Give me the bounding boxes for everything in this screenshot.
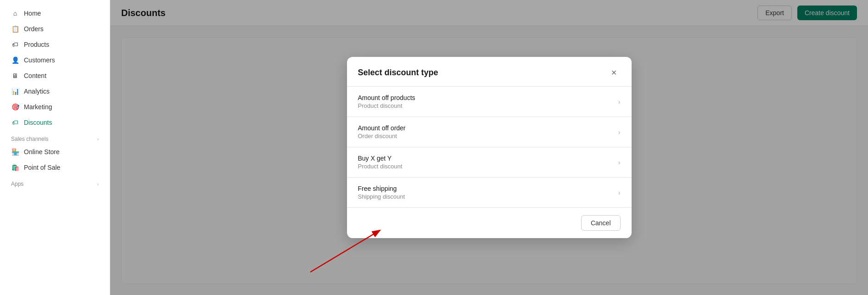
main-content: Discounts Export Create discount Select … [110,0,868,295]
modal-footer: Cancel [347,207,632,238]
sidebar-item-customers-label: Customers [24,56,55,64]
sidebar-item-online-store[interactable]: 🏪Online Store [4,144,106,160]
orders-icon: 📋 [11,25,19,33]
sales-channels-label: Sales channels [11,136,48,142]
sidebar-item-marketing[interactable]: 🎯Marketing [4,99,106,115]
discount-option-amount-off-products[interactable]: Amount off productsProduct discount› [347,87,632,117]
buy-x-get-y-text: Buy X get YProduct discount [358,155,403,170]
free-shipping-subtitle: Shipping discount [358,193,405,200]
apps-section: Apps › [0,175,110,189]
amount-off-order-title: Amount off order [358,124,406,132]
sidebar-item-orders[interactable]: 📋Orders [4,21,106,37]
sidebar: ⌂Home📋Orders🏷Products👤Customers🖥Content📊… [0,0,110,295]
home-icon: ⌂ [11,9,19,17]
sidebar-item-home[interactable]: ⌂Home [4,6,106,21]
sidebar-item-analytics[interactable]: 📊Analytics [4,83,106,99]
discount-option-free-shipping[interactable]: Free shippingShipping discount› [347,178,632,207]
buy-x-get-y-title: Buy X get Y [358,155,403,162]
customers-icon: 👤 [11,56,19,64]
free-shipping-title: Free shipping [358,185,405,192]
sidebar-item-marketing-label: Marketing [24,103,52,111]
discount-option-buy-x-get-y[interactable]: Buy X get YProduct discount› [347,147,632,178]
apps-label: Apps [11,181,23,187]
modal-body: Amount off productsProduct discount›Amou… [347,87,632,207]
sidebar-item-content-label: Content [24,72,46,79]
modal-header: Select discount type × [347,57,632,87]
cancel-button[interactable]: Cancel [581,215,621,231]
discounts-icon: 🏷 [11,118,19,127]
select-discount-modal: Select discount type × Amount off produc… [347,57,632,238]
amount-off-order-chevron-icon: › [618,128,621,136]
content-icon: 🖥 [11,72,19,80]
free-shipping-text: Free shippingShipping discount [358,185,405,200]
modal-title: Select discount type [358,68,438,78]
modal-close-button[interactable]: × [608,66,621,79]
marketing-icon: 🎯 [11,103,19,111]
buy-x-get-y-subtitle: Product discount [358,163,403,170]
sales-channels-chevron-icon: › [97,137,99,142]
amount-off-products-chevron-icon: › [618,98,621,106]
analytics-icon: 📊 [11,87,19,95]
sidebar-item-discounts-label: Discounts [24,119,52,126]
products-icon: 🏷 [11,40,19,49]
amount-off-order-text: Amount off orderOrder discount [358,124,406,139]
sidebar-item-online-store-label: Online Store [24,148,60,156]
sidebar-item-products-label: Products [24,41,49,48]
sidebar-item-point-of-sale[interactable]: 🛍️Point of Sale [4,160,106,175]
sidebar-item-customers[interactable]: 👤Customers [4,52,106,68]
point-of-sale-icon: 🛍️ [11,163,19,172]
modal-overlay[interactable]: Select discount type × Amount off produc… [110,0,868,295]
apps-chevron-icon: › [97,182,99,187]
amount-off-products-title: Amount off products [358,94,415,101]
discount-option-amount-off-order[interactable]: Amount off orderOrder discount› [347,117,632,147]
amount-off-order-subtitle: Order discount [358,133,406,139]
amount-off-products-text: Amount off productsProduct discount [358,94,415,109]
sidebar-item-discounts[interactable]: 🏷Discounts [4,115,106,130]
sidebar-item-analytics-label: Analytics [24,88,50,95]
sidebar-item-orders-label: Orders [24,25,44,33]
online-store-icon: 🏪 [11,148,19,156]
amount-off-products-subtitle: Product discount [358,102,415,109]
sidebar-item-point-of-sale-label: Point of Sale [24,164,60,171]
buy-x-get-y-chevron-icon: › [618,159,621,166]
free-shipping-chevron-icon: › [618,189,621,196]
sidebar-item-home-label: Home [24,10,41,17]
sidebar-item-content[interactable]: 🖥Content [4,68,106,83]
sidebar-item-products[interactable]: 🏷Products [4,37,106,52]
sales-channels-section: Sales channels › [0,130,110,144]
